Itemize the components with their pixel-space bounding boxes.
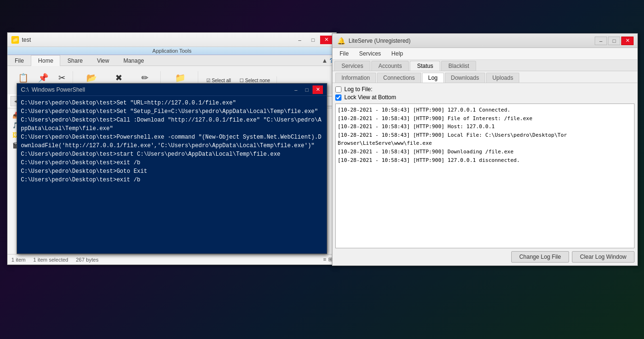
ps-line: C:\Users\pedro\Desktop\test>Powershell.e…	[21, 133, 323, 150]
ls-log-area: [10-28-2021 - 10:58:43] [HTTP:900] 127.0…	[335, 104, 635, 248]
log-entry: [10-28-2021 - 10:58:43] [HTTP:900] 127.0…	[338, 106, 632, 114]
ls-inner-tabs: Information Connections Log Downloads Up…	[332, 71, 637, 83]
view-list-icon[interactable]: ≡	[323, 256, 326, 263]
paste-icon: 📌	[38, 73, 48, 83]
ribbon-tab-file[interactable]: File	[8, 55, 31, 66]
ls-inner-tab-connections[interactable]: Connections	[377, 73, 421, 83]
explorer-close-btn[interactable]: ✕	[320, 36, 332, 44]
ls-close-btn[interactable]: ✕	[621, 37, 634, 45]
item-count: 1 item	[11, 257, 26, 263]
lock-view-row: Lock View at Bottom	[335, 94, 635, 101]
ls-maximize-btn[interactable]: □	[608, 37, 620, 45]
file-size: 267 bytes	[76, 257, 99, 263]
powershell-window: C:\ Windows PowerShell – □ ✕ C:\Users\pe…	[17, 83, 327, 254]
liteserve-app-icon: 🔔	[336, 36, 346, 46]
ls-titlebar: 🔔 LiteServe (Unregistered) – □ ✕	[332, 34, 637, 48]
log-entry: [10-28-2021 - 10:58:43] [HTTP:900] Downl…	[338, 148, 632, 156]
ls-body: Log to File: Lock View at Bottom [10-28-…	[332, 83, 637, 265]
ribbon-tab-home[interactable]: Home	[31, 55, 60, 66]
ps-icon: C:\	[21, 86, 29, 93]
explorer-title-text: test	[22, 37, 31, 43]
log-entry: [10-28-2021 - 10:58:43] [HTTP:900] Host:…	[338, 122, 632, 131]
ls-tab-services[interactable]: Services	[334, 61, 370, 71]
ls-menu-help[interactable]: Help	[386, 49, 408, 58]
ls-menubar: File Services Help	[332, 48, 637, 60]
ps-line: C:\Users\pedro\Desktop\test>exit /b	[21, 176, 323, 184]
ribbon-tab-view[interactable]: View	[90, 55, 116, 66]
ls-title-controls: – □ ✕	[595, 37, 634, 45]
ps-content: C:\Users\pedro\Desktop\test>Set "URL=htt…	[17, 96, 327, 254]
ps-titlebar: C:\ Windows PowerShell – □ ✕	[17, 84, 327, 96]
ribbon-tabs: File Home Share View Manage ▲ ?	[8, 55, 336, 66]
explorer-titlebar: 📁 test – □ ✕	[8, 33, 336, 47]
copy-icon: 📋	[18, 73, 28, 83]
moveto-icon: 📂	[86, 73, 97, 83]
ls-tab-status[interactable]: Status	[410, 61, 440, 71]
explorer-status-bar: 1 item 1 item selected 267 bytes ≡ ⊞	[8, 254, 336, 264]
log-to-file-row: Log to File:	[335, 86, 635, 93]
liteserve-title-text: LiteServe (Unregistered)	[349, 38, 411, 44]
ps-close-btn[interactable]: ✕	[313, 85, 323, 94]
ls-inner-tab-log[interactable]: Log	[422, 73, 444, 83]
ps-line: C:\Users\pedro\Desktop\test>Call :Downlo…	[21, 116, 323, 133]
ls-checkboxes: Log to File: Lock View at Bottom	[335, 86, 635, 101]
ps-line: C:\Users\pedro\Desktop\test>Goto Exit	[21, 167, 323, 176]
log-entry: [10-28-2021 - 10:58:43] [HTTP:900] 127.0…	[338, 156, 632, 165]
ps-line: C:\Users\pedro\Desktop\test>Set "URL=htt…	[21, 99, 323, 107]
cut-icon: ✂	[58, 73, 65, 83]
ls-title-left: 🔔 LiteServe (Unregistered)	[336, 36, 411, 46]
rename-icon: ✏	[141, 73, 148, 83]
clear-log-window-btn[interactable]: Clear Log Window	[572, 251, 635, 263]
change-log-file-btn[interactable]: Change Log File	[511, 251, 569, 263]
log-to-file-checkbox[interactable]	[335, 86, 341, 93]
ps-maximize-btn[interactable]: □	[302, 85, 312, 94]
ribbon-tab-manage[interactable]: Manage	[116, 55, 151, 66]
ls-tab-accounts[interactable]: Accounts	[371, 61, 409, 71]
ls-minimize-btn[interactable]: –	[595, 37, 607, 45]
explorer-titlebar-controls: – □ ✕	[294, 36, 332, 44]
app-tools-label: Application Tools	[8, 47, 336, 55]
ls-menu-file[interactable]: File	[334, 49, 354, 58]
ls-tab-blacklist[interactable]: Blacklist	[441, 61, 476, 71]
ps-line: C:\Users\pedro\Desktop\test>exit /b	[21, 159, 323, 167]
ribbon-collapse-icon[interactable]: ▲	[322, 57, 328, 64]
ls-inner-tab-uploads[interactable]: Uploads	[486, 73, 519, 83]
selection-info: 1 item selected	[33, 257, 68, 263]
ls-inner-tab-information[interactable]: Information	[335, 73, 376, 83]
explorer-title-icon: 📁	[11, 36, 19, 44]
liteserve-window: 🔔 LiteServe (Unregistered) – □ ✕ File Se…	[332, 33, 638, 266]
ls-footer: Change Log File Clear Log Window	[335, 248, 635, 263]
ls-menu-services[interactable]: Services	[354, 49, 386, 58]
delete-icon: ✖	[115, 73, 122, 83]
log-entry: [10-28-2021 - 10:58:43] [HTTP:900] File …	[338, 114, 632, 123]
ls-inner-tab-downloads[interactable]: Downloads	[445, 73, 485, 83]
explorer-minimize-btn[interactable]: –	[294, 36, 306, 44]
log-to-file-label: Log to File:	[344, 86, 372, 93]
explorer-maximize-btn[interactable]: □	[307, 36, 319, 44]
lock-view-checkbox[interactable]	[335, 94, 341, 101]
lock-view-label: Lock View at Bottom	[344, 94, 396, 101]
ps-line: C:\Users\pedro\Desktop\test>start C:\Use…	[21, 150, 323, 159]
ribbon-tab-share[interactable]: Share	[60, 55, 90, 66]
explorer-title-left: 📁 test	[11, 36, 31, 44]
log-entry: [10-28-2021 - 10:58:43] [HTTP:900] Local…	[338, 131, 632, 148]
ps-line: C:\Users\pedro\Desktop\test>Set "Setup_F…	[21, 107, 323, 116]
ps-title-text: Windows PowerShell	[32, 86, 85, 93]
newfolder-icon: 📁	[175, 73, 185, 83]
ps-controls: – □ ✕	[291, 85, 323, 94]
ls-main-tabs: Services Accounts Status Blacklist	[332, 60, 637, 71]
ps-minimize-btn[interactable]: –	[291, 85, 301, 94]
